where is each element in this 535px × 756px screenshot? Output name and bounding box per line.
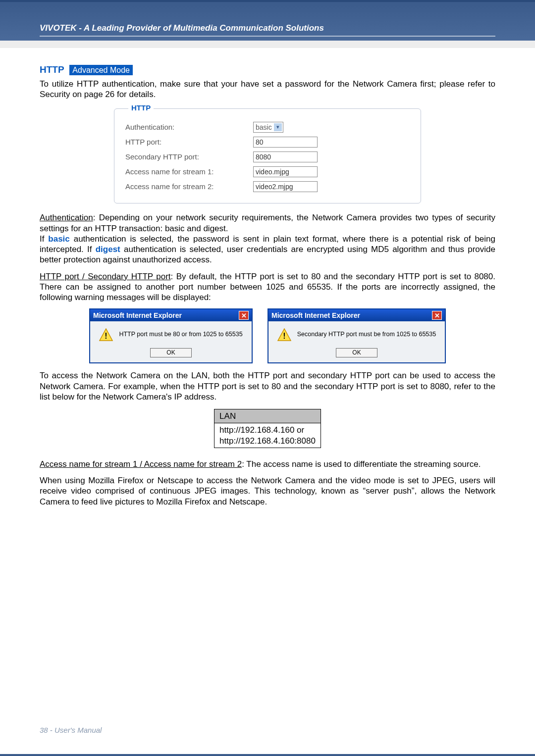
secondary-port-input[interactable]: 8080 bbox=[253, 151, 318, 162]
authentication-select[interactable]: basic ▾ bbox=[253, 122, 283, 133]
close-icon[interactable]: ✕ bbox=[432, 311, 442, 320]
stream1-label: Access name for stream 1: bbox=[125, 167, 253, 177]
authentication-paragraph: Authentication: Depending on your networ… bbox=[40, 212, 495, 265]
dialog-message-row: ! Secondary HTTP port must be from 1025 … bbox=[273, 328, 440, 341]
chevron-down-icon: ▾ bbox=[274, 123, 282, 131]
dialog-body: ! HTTP port must be 80 or from 1025 to 6… bbox=[90, 321, 252, 362]
stream1-value: video.mjpg bbox=[256, 168, 289, 177]
http-port-input[interactable]: 80 bbox=[253, 137, 318, 148]
authentication-label: Authentication: bbox=[125, 123, 253, 132]
intro-paragraph: To utilize HTTP authentication, make sur… bbox=[40, 79, 495, 100]
header-underline bbox=[40, 36, 495, 37]
lan-table: LAN http://192.168.4.160 or http://192.1… bbox=[214, 409, 321, 448]
firefox-paragraph: When using Mozilla Firefox or Netscape t… bbox=[40, 475, 495, 507]
lan-table-cell: http://192.168.4.160 or http://192.168.4… bbox=[214, 423, 321, 448]
secondary-port-value: 8080 bbox=[256, 153, 271, 162]
port-paragraph: HTTP port / Secondary HTTP port: By defa… bbox=[40, 271, 495, 303]
dialog-message: HTTP port must be 80 or from 1025 to 655… bbox=[119, 331, 242, 339]
page-footer: 38 - User's Manual bbox=[40, 726, 102, 734]
row-http-port: HTTP port: 80 bbox=[125, 137, 410, 148]
lan-table-wrap: LAN http://192.168.4.160 or http://192.1… bbox=[40, 409, 495, 448]
stream1-input[interactable]: video.mjpg bbox=[253, 166, 318, 177]
authentication-value: basic bbox=[256, 123, 272, 132]
close-icon[interactable]: ✕ bbox=[239, 311, 249, 320]
gray-band bbox=[0, 41, 535, 48]
dialog-message-row: ! HTTP port must be 80 or from 1025 to 6… bbox=[95, 328, 247, 341]
warning-icon: ! bbox=[277, 328, 291, 341]
lan-url-2: http://192.168.4.160:8080 bbox=[219, 436, 316, 446]
advanced-mode-badge: Advanced Mode bbox=[69, 65, 133, 75]
basic-keyword: basic bbox=[48, 234, 69, 244]
section-title: HTTP Advanced Mode bbox=[40, 64, 495, 76]
authentication-heading: Authentication bbox=[40, 213, 93, 222]
stream2-value: video2.mjpg bbox=[256, 183, 293, 192]
stream2-input[interactable]: video2.mjpg bbox=[253, 181, 318, 192]
stream2-label: Access name for stream 2: bbox=[125, 182, 253, 192]
dialog-body: ! Secondary HTTP port must be from 1025 … bbox=[268, 321, 445, 362]
access-name-text: : The access name is used to differentia… bbox=[242, 459, 481, 469]
row-stream2: Access name for stream 2: video2.mjpg bbox=[125, 181, 410, 192]
http-form-wrap: HTTP Authentication: basic ▾ HTTP port: … bbox=[40, 108, 495, 203]
lan-table-header: LAN bbox=[214, 409, 321, 423]
dialog-secondary-port: Microsoft Internet Explorer ✕ ! Secondar… bbox=[268, 308, 446, 363]
svg-text:!: ! bbox=[283, 332, 285, 340]
authentication-text-2a: If bbox=[40, 234, 48, 244]
lan-paragraph: To access the Network Camera on the LAN,… bbox=[40, 370, 495, 402]
lan-url-1: http://192.168.4.160 or bbox=[219, 425, 304, 435]
dialog-titlebar: Microsoft Internet Explorer ✕ bbox=[268, 309, 445, 321]
svg-text:!: ! bbox=[105, 332, 107, 340]
http-form-legend: HTTP bbox=[128, 103, 154, 113]
access-name-paragraph: Access name for stream 1 / Access name f… bbox=[40, 459, 495, 469]
http-heading: HTTP bbox=[40, 64, 64, 75]
http-port-value: 80 bbox=[256, 138, 264, 147]
dialog-titlebar: Microsoft Internet Explorer ✕ bbox=[90, 309, 252, 321]
header-tagline: VIVOTEK - A Leading Provider of Multimed… bbox=[40, 22, 495, 35]
dialog-http-port: Microsoft Internet Explorer ✕ ! HTTP por… bbox=[89, 308, 253, 363]
secondary-port-label: Secondary HTTP port: bbox=[125, 152, 253, 162]
http-port-label: HTTP port: bbox=[125, 138, 253, 147]
dialog-title-text: Microsoft Internet Explorer bbox=[93, 311, 182, 320]
ok-button[interactable]: OK bbox=[150, 348, 191, 357]
dialog-message: Secondary HTTP port must be from 1025 to… bbox=[297, 331, 436, 339]
dialog-title-text: Microsoft Internet Explorer bbox=[271, 311, 360, 320]
row-authentication: Authentication: basic ▾ bbox=[125, 122, 410, 133]
content: HTTP Advanced Mode To utilize HTTP authe… bbox=[0, 48, 535, 507]
footer-bar bbox=[0, 754, 535, 756]
access-name-heading: Access name for stream 1 / Access name f… bbox=[40, 459, 242, 469]
page-header: VIVOTEK - A Leading Provider of Multimed… bbox=[0, 0, 535, 41]
row-stream1: Access name for stream 1: video.mjpg bbox=[125, 166, 410, 177]
http-form: HTTP Authentication: basic ▾ HTTP port: … bbox=[114, 108, 421, 203]
port-heading: HTTP port / Secondary HTTP port bbox=[40, 272, 171, 281]
authentication-text-1: : Depending on your network security req… bbox=[40, 213, 495, 233]
digest-keyword: digest bbox=[96, 245, 120, 254]
warning-icon: ! bbox=[99, 328, 113, 341]
row-secondary-port: Secondary HTTP port: 8080 bbox=[125, 151, 410, 162]
ok-button[interactable]: OK bbox=[336, 348, 377, 357]
dialogs-row: Microsoft Internet Explorer ✕ ! HTTP por… bbox=[40, 308, 495, 363]
